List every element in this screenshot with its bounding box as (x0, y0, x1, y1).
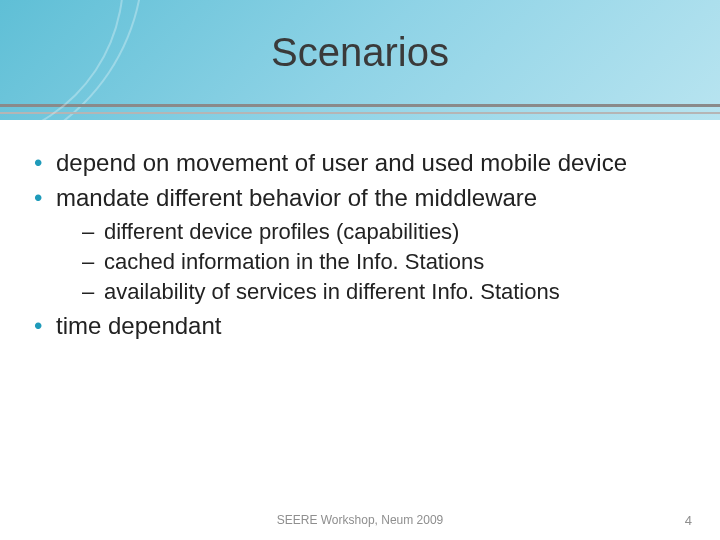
bullet-2: mandate different behavior of the middle… (30, 183, 690, 307)
title-underline-secondary (0, 112, 720, 114)
slide-title: Scenarios (271, 30, 449, 75)
header-band: Scenarios (0, 0, 720, 120)
bullet-3: time dependant (30, 311, 690, 342)
footer-text: SEERE Workshop, Neum 2009 (277, 513, 444, 527)
bullet-2c: availability of services in different In… (56, 277, 690, 307)
page-number: 4 (685, 513, 692, 528)
bullet-1: depend on movement of user and used mobi… (30, 148, 690, 179)
bullet-2a: different device profiles (capabilities) (56, 217, 690, 247)
slide-footer: SEERE Workshop, Neum 2009 4 (0, 513, 720, 528)
slide-body: depend on movement of user and used mobi… (0, 120, 720, 341)
bullet-2-text: mandate different behavior of the middle… (56, 184, 537, 211)
title-underline-primary (0, 104, 720, 107)
bullet-2b: cached information in the Info. Stations (56, 247, 690, 277)
